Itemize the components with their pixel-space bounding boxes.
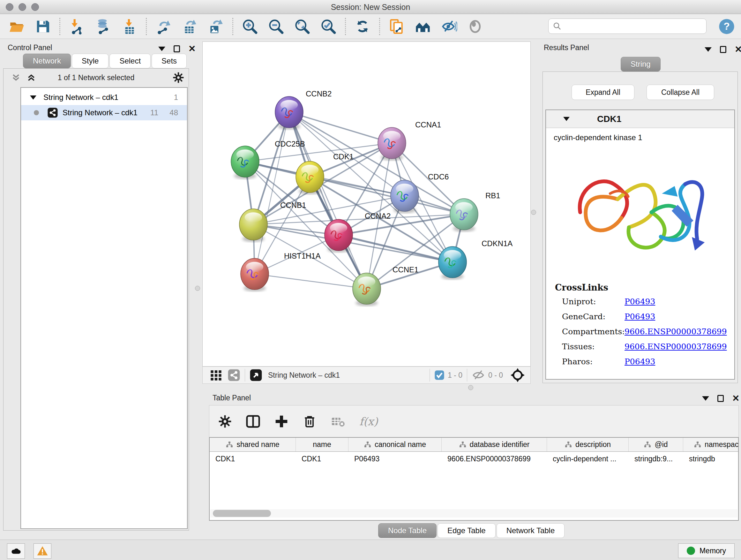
network-node-CCNA1[interactable] bbox=[378, 127, 406, 161]
control-panel-title: Control Panel bbox=[8, 44, 52, 52]
expand-all-button[interactable]: Expand All bbox=[571, 84, 634, 100]
cloud-button[interactable] bbox=[7, 543, 25, 559]
collapse-all-button[interactable]: Collapse All bbox=[647, 84, 714, 100]
column-header-shared-name[interactable]: shared name bbox=[210, 438, 296, 451]
import-network-file-button[interactable] bbox=[69, 18, 85, 35]
show-hidden-button[interactable] bbox=[467, 18, 483, 35]
selected-checkbox-icon[interactable] bbox=[434, 370, 445, 380]
column-header-description[interactable]: description bbox=[547, 438, 629, 451]
network-node-RB1[interactable] bbox=[450, 199, 478, 232]
tab-sets[interactable]: Sets bbox=[151, 54, 187, 68]
network-edge-CCNB2-HIST1H1A[interactable] bbox=[255, 112, 289, 274]
close-panel-icon[interactable]: ✕ bbox=[735, 46, 741, 53]
statusbar-separator bbox=[467, 369, 467, 381]
memory-button[interactable]: Memory bbox=[678, 543, 735, 558]
bottom-splitter-grip[interactable] bbox=[468, 385, 473, 390]
search-field[interactable] bbox=[548, 18, 706, 34]
scrollbar-thumb[interactable] bbox=[213, 510, 271, 517]
collapse-panel-icon[interactable] bbox=[702, 396, 709, 401]
tab-string[interactable]: String bbox=[621, 57, 661, 71]
gene-section-header[interactable]: CDK1 bbox=[546, 110, 734, 128]
zoom-fit-button[interactable] bbox=[294, 18, 311, 35]
left-splitter-grip[interactable] bbox=[195, 286, 200, 291]
table-horizontal-scrollbar[interactable] bbox=[210, 509, 738, 517]
network-edge-CCNB2-CCNE1[interactable] bbox=[289, 112, 367, 289]
network-graph[interactable]: CCNB2CCNA1CDC25BCDK1CDC6RB1CCNB1CCNA2CDK… bbox=[203, 42, 531, 367]
tab-network-table[interactable]: Network Table bbox=[496, 523, 565, 538]
float-panel-icon[interactable] bbox=[174, 45, 180, 52]
crosslink-link[interactable]: 9606.ENSP00000378699 bbox=[624, 342, 727, 351]
network-view-icon[interactable] bbox=[227, 369, 240, 381]
column-header-canonical-name[interactable]: canonical name bbox=[348, 438, 442, 451]
zoom-in-button[interactable] bbox=[242, 18, 258, 35]
save-session-button[interactable] bbox=[35, 18, 51, 35]
section-collapse-icon[interactable] bbox=[563, 117, 569, 121]
float-panel-icon[interactable] bbox=[718, 395, 724, 402]
warnings-button[interactable] bbox=[33, 543, 51, 559]
zoom-selected-button[interactable] bbox=[320, 18, 337, 35]
gear-icon[interactable] bbox=[173, 72, 184, 83]
center-graph-icon[interactable] bbox=[510, 368, 525, 383]
column-header-database-identifier[interactable]: database identifier bbox=[442, 438, 547, 451]
apply-layout-button[interactable] bbox=[354, 18, 371, 35]
network-row[interactable]: String Network – cdk1 11 48 bbox=[21, 105, 187, 120]
network-edge-CCNE1-HIST1H1A[interactable] bbox=[255, 274, 367, 289]
node-label-RB1: RB1 bbox=[485, 191, 500, 200]
network-edge-CCNB2-CCNA1[interactable] bbox=[289, 112, 392, 143]
search-input[interactable] bbox=[564, 20, 706, 33]
column-header-@id[interactable]: @id bbox=[629, 438, 683, 451]
duplicate-network-button[interactable] bbox=[388, 18, 405, 35]
show-columns-icon[interactable] bbox=[246, 414, 260, 429]
network-node-CDC25B[interactable] bbox=[231, 146, 259, 179]
open-session-button[interactable] bbox=[8, 18, 25, 35]
crosslink-link[interactable]: P06493 bbox=[624, 357, 655, 366]
network-node-CCNB1[interactable] bbox=[239, 209, 267, 242]
tab-style[interactable]: Style bbox=[72, 54, 109, 68]
network-node-CCNE1[interactable] bbox=[353, 273, 381, 306]
tree-expand-icon[interactable] bbox=[30, 96, 37, 100]
table-settings-gear-icon[interactable] bbox=[218, 415, 232, 428]
column-header-namespace[interactable]: namespace bbox=[683, 438, 739, 451]
results-panel: Results Panel ✕ String Expand All Collap… bbox=[539, 42, 741, 385]
add-column-icon[interactable] bbox=[274, 415, 288, 428]
hide-selected-button[interactable] bbox=[441, 18, 457, 35]
export-table-button[interactable] bbox=[181, 18, 198, 35]
network-canvas[interactable]: CCNB2CCNA1CDC25BCDK1CDC6RB1CCNB1CCNA2CDK… bbox=[202, 42, 531, 367]
node-label-CCNB1: CCNB1 bbox=[280, 201, 306, 209]
node-label-CCNB2: CCNB2 bbox=[306, 89, 332, 98]
hidden-count: 0 - 0 bbox=[488, 371, 503, 380]
column-header-name[interactable]: name bbox=[296, 438, 348, 451]
help-button[interactable]: ? bbox=[718, 18, 735, 37]
close-panel-icon[interactable]: ✕ bbox=[188, 45, 196, 52]
node-label-HIST1H1A: HIST1H1A bbox=[284, 252, 321, 260]
float-panel-icon[interactable] bbox=[720, 46, 726, 53]
table-row[interactable]: CDK1CDK1P064939606.ENSP00000378699cyclin… bbox=[210, 452, 738, 466]
crosslink-link[interactable]: 9606.ENSP00000378699 bbox=[624, 327, 727, 336]
collapse-panel-icon[interactable] bbox=[158, 47, 165, 51]
import-network-database-button[interactable] bbox=[95, 18, 111, 35]
close-panel-icon[interactable]: ✕ bbox=[732, 395, 739, 402]
tab-edge-table[interactable]: Edge Table bbox=[437, 523, 495, 538]
collapse-panel-icon[interactable] bbox=[704, 47, 712, 52]
grid-view-icon[interactable] bbox=[210, 369, 222, 381]
network-node-CDKN1A[interactable] bbox=[439, 246, 467, 280]
import-table-button[interactable] bbox=[121, 18, 138, 35]
zoom-out-button[interactable] bbox=[268, 18, 284, 35]
network-collection-row[interactable]: String Network – cdk1 1 bbox=[21, 90, 187, 105]
delete-column-icon[interactable] bbox=[302, 415, 317, 428]
tab-node-table[interactable]: Node Table bbox=[378, 523, 436, 538]
statusbar-separator bbox=[245, 369, 245, 381]
export-image-button[interactable] bbox=[207, 18, 224, 35]
export-network-button[interactable] bbox=[155, 18, 172, 35]
right-splitter-grip[interactable] bbox=[531, 210, 536, 215]
network-node-HIST1H1A[interactable] bbox=[241, 258, 269, 292]
crosslink-link[interactable]: P06493 bbox=[624, 297, 655, 306]
network-node-CCNB2[interactable] bbox=[275, 97, 303, 130]
tab-select[interactable]: Select bbox=[110, 54, 151, 68]
node-label-CDK1: CDK1 bbox=[333, 152, 354, 161]
crosslink-link[interactable]: P06493 bbox=[624, 312, 655, 321]
birdseye-icon[interactable] bbox=[250, 369, 262, 381]
graphics-details-button[interactable] bbox=[414, 18, 431, 35]
tab-network[interactable]: Network bbox=[23, 54, 71, 68]
current-network-dot-icon bbox=[34, 110, 39, 115]
